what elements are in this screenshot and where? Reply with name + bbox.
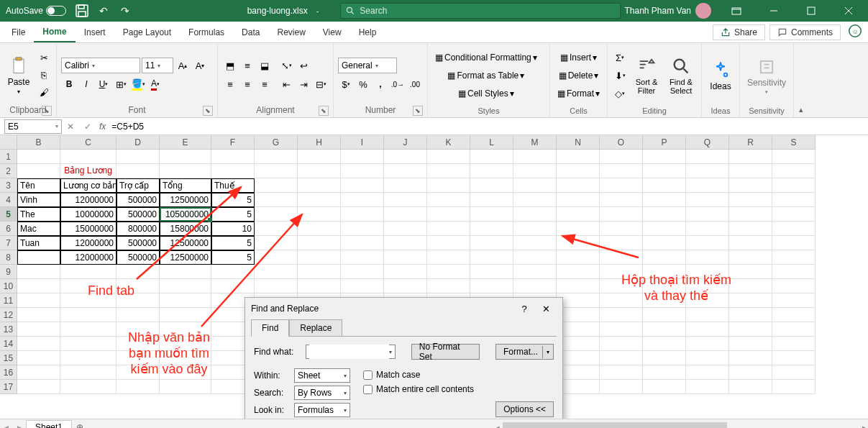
format-as-table-button[interactable]: ▦ Format as Table ▾: [432, 68, 540, 83]
comma-format-icon[interactable]: ,: [373, 76, 388, 92]
clipboard-launcher[interactable]: ⬊: [42, 106, 52, 116]
no-format-set-button[interactable]: No Format Set: [411, 344, 480, 360]
tab-formulas[interactable]: Formulas: [180, 23, 233, 42]
decrease-font-icon[interactable]: A▾: [192, 58, 208, 73]
align-bottom-icon[interactable]: ⬓: [257, 58, 273, 73]
row-header[interactable]: 6: [0, 222, 17, 236]
lookin-combo[interactable]: Formulas▾: [294, 403, 350, 417]
align-left-icon[interactable]: ≡: [222, 76, 238, 92]
column-header[interactable]: M: [513, 135, 557, 150]
column-header[interactable]: S: [772, 135, 816, 150]
ribbon-display-options-icon[interactable]: [720, 0, 753, 22]
match-entire-checkbox[interactable]: Match entire cell contents: [363, 384, 474, 394]
find-tab[interactable]: Find: [251, 319, 289, 337]
ribbon-help-icon[interactable]: ☺: [845, 24, 865, 40]
enter-formula-icon[interactable]: ✓: [79, 119, 96, 134]
alignment-launcher[interactable]: ⬊: [319, 106, 329, 116]
column-header[interactable]: I: [341, 135, 384, 150]
options-button[interactable]: Options <<: [495, 401, 554, 417]
column-header[interactable]: P: [643, 135, 686, 150]
cell-styles-button[interactable]: ▦ Cell Styles ▾: [432, 86, 540, 101]
horizontal-scrollbar[interactable]: ◂ ▸: [494, 422, 868, 429]
row-header[interactable]: 17: [0, 380, 17, 394]
within-combo[interactable]: Sheet▾: [294, 368, 350, 383]
number-launcher[interactable]: ⬊: [413, 106, 423, 116]
orientation-icon[interactable]: ⤡▾: [278, 58, 294, 73]
tab-home[interactable]: Home: [34, 22, 75, 42]
tab-review[interactable]: Review: [268, 23, 314, 42]
collapse-ribbon-icon[interactable]: ▴: [799, 105, 803, 114]
insert-function-icon[interactable]: fx: [99, 122, 106, 132]
row-header[interactable]: 16: [0, 365, 17, 380]
row-header[interactable]: 3: [0, 178, 17, 193]
sheet-nav-prev-icon[interactable]: ◂: [0, 420, 13, 429]
number-format-combo[interactable]: General▾: [338, 58, 397, 73]
column-header[interactable]: J: [384, 135, 427, 150]
row-header[interactable]: 2: [0, 164, 17, 178]
paste-button[interactable]: Paste ▾: [4, 46, 33, 104]
select-all-button[interactable]: [0, 135, 17, 150]
share-button[interactable]: Share: [713, 24, 765, 40]
fill-icon[interactable]: ⬇▾: [612, 68, 628, 83]
maximize-icon[interactable]: [795, 0, 828, 22]
column-header[interactable]: G: [255, 135, 298, 150]
sort-filter-button[interactable]: Sort & Filter: [631, 55, 662, 96]
format-painter-icon[interactable]: 🖌: [36, 84, 52, 100]
tab-view[interactable]: View: [314, 23, 350, 42]
font-size-combo[interactable]: 11▾: [142, 58, 173, 73]
decrease-decimal-icon[interactable]: .00: [407, 76, 423, 92]
redo-icon[interactable]: ↷: [117, 2, 134, 19]
tab-page-layout[interactable]: Page Layout: [114, 23, 180, 42]
column-header[interactable]: C: [60, 135, 117, 150]
column-header[interactable]: L: [470, 135, 513, 150]
tab-insert[interactable]: Insert: [76, 23, 114, 42]
autosum-icon[interactable]: Σ▾: [612, 50, 628, 65]
row-header[interactable]: 15: [0, 351, 17, 365]
delete-cells-button[interactable]: ▦ Delete ▾: [554, 68, 603, 83]
account-button[interactable]: Thanh Pham Van: [624, 3, 711, 19]
row-header[interactable]: 5: [0, 207, 17, 222]
replace-tab[interactable]: Replace: [289, 319, 342, 337]
bold-button[interactable]: B: [61, 76, 77, 92]
row-header[interactable]: 12: [0, 308, 17, 322]
sensitivity-button[interactable]: Sensitivity▾: [744, 46, 789, 105]
tell-me-search[interactable]: [340, 3, 621, 19]
copy-icon[interactable]: ⎘: [36, 67, 52, 83]
clear-icon[interactable]: ◇▾: [612, 86, 628, 101]
sheet-nav-next-icon[interactable]: ▸: [13, 420, 26, 429]
name-box[interactable]: E5▾: [4, 119, 62, 134]
percent-format-icon[interactable]: %: [355, 76, 371, 92]
search-combo[interactable]: By Rows▾: [294, 386, 350, 400]
match-case-checkbox[interactable]: Match case: [363, 370, 474, 380]
find-what-input[interactable]: ▾: [306, 345, 396, 359]
increase-indent-icon[interactable]: ⇥: [296, 76, 311, 92]
underline-button[interactable]: U▾: [96, 76, 111, 92]
column-header[interactable]: O: [600, 135, 643, 150]
dialog-help-icon[interactable]: ?: [513, 299, 535, 318]
formula-input[interactable]: [109, 122, 868, 132]
row-header[interactable]: 7: [0, 236, 17, 250]
align-top-icon[interactable]: ⬒: [222, 58, 238, 73]
row-header[interactable]: 4: [0, 193, 17, 207]
worksheet-grid[interactable]: BCDEFGHIJKLMNOPQRS 123456789101112131415…: [0, 135, 868, 419]
row-header[interactable]: 14: [0, 337, 17, 351]
decrease-indent-icon[interactable]: ⇤: [278, 76, 294, 92]
row-header[interactable]: 13: [0, 322, 17, 337]
column-header[interactable]: Q: [686, 135, 729, 150]
undo-icon[interactable]: ↶: [95, 2, 112, 19]
tab-help[interactable]: Help: [350, 23, 385, 42]
format-button[interactable]: Format...▾: [495, 344, 554, 360]
autosave-toggle[interactable]: AutoSave Off: [6, 6, 69, 16]
dialog-close-icon[interactable]: ✕: [535, 299, 557, 318]
save-icon[interactable]: [73, 2, 91, 19]
tab-file[interactable]: File: [3, 23, 34, 42]
font-name-combo[interactable]: Calibri▾: [61, 58, 140, 73]
find-select-button[interactable]: Find & Select: [665, 55, 697, 96]
row-header[interactable]: 11: [0, 293, 17, 308]
column-header[interactable]: R: [729, 135, 772, 150]
font-launcher[interactable]: ⬊: [203, 106, 213, 116]
tell-me-input[interactable]: [360, 6, 616, 16]
italic-button[interactable]: I: [78, 76, 94, 92]
align-center-icon[interactable]: ≡: [239, 76, 255, 92]
column-header[interactable]: E: [160, 135, 211, 150]
